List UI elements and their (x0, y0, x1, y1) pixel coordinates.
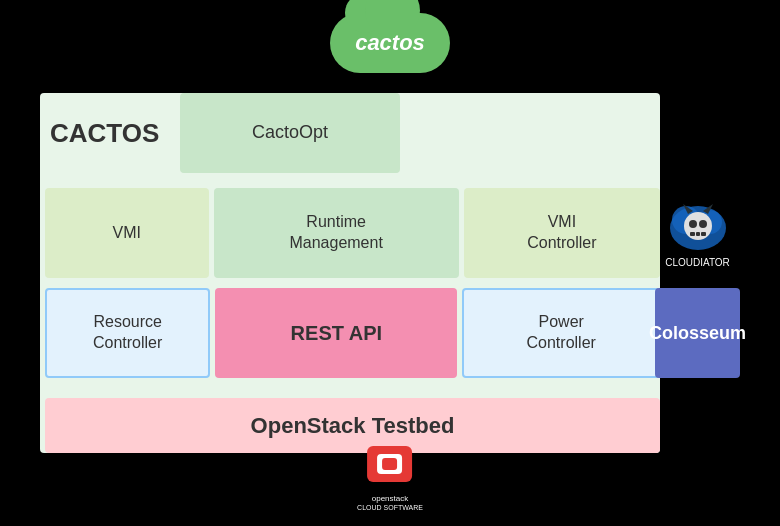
cactos-cloud-shape: cactos (330, 13, 450, 73)
cloudiator-icon (668, 198, 728, 262)
svg-rect-13 (382, 458, 397, 470)
openstack-logo: openstackCLOUD SOFTWARE (357, 444, 423, 513)
svg-rect-6 (690, 232, 695, 236)
cactoopt-cell: CactoOpt (180, 93, 400, 173)
openstack-testbed-label: OpenStack Testbed (251, 413, 455, 439)
openstack-logo-text: openstackCLOUD SOFTWARE (357, 494, 423, 513)
svg-rect-7 (696, 232, 700, 236)
openstack-testbed-bar: OpenStack Testbed (45, 398, 660, 453)
row-middle: VMI Runtime Management VMI Controller (45, 188, 660, 278)
cloudiator-label: CLOUDIATOR (665, 257, 730, 268)
cactos-logo-text: cactos (355, 30, 425, 56)
cactos-section-label: CACTOS (50, 118, 159, 149)
colosseum-box: Colosseum (655, 288, 740, 378)
diagram-container: cactos CACTOS CactoOpt VMI Runtime Manag… (40, 13, 740, 513)
row-cactoopt: CactoOpt (180, 93, 400, 173)
openstack-logo-svg (362, 444, 417, 494)
cactos-logo: cactos (330, 13, 450, 73)
resource-controller-cell: Resource Controller (45, 288, 210, 378)
colosseum-label: Colosseum (649, 323, 746, 344)
svg-point-4 (689, 220, 697, 228)
cloudiator-svg (668, 198, 728, 258)
power-controller-cell: Power Controller (462, 288, 660, 378)
runtime-management-cell: Runtime Management (214, 188, 459, 278)
svg-point-5 (699, 220, 707, 228)
svg-rect-8 (701, 232, 706, 236)
vmi-cell: VMI (45, 188, 209, 278)
cloudiator-box: CLOUDIATOR (655, 188, 740, 278)
rest-api-cell: REST API (215, 288, 457, 378)
vmi-controller-cell: VMI Controller (464, 188, 660, 278)
row-bottom: Resource Controller REST API Power Contr… (45, 288, 660, 378)
